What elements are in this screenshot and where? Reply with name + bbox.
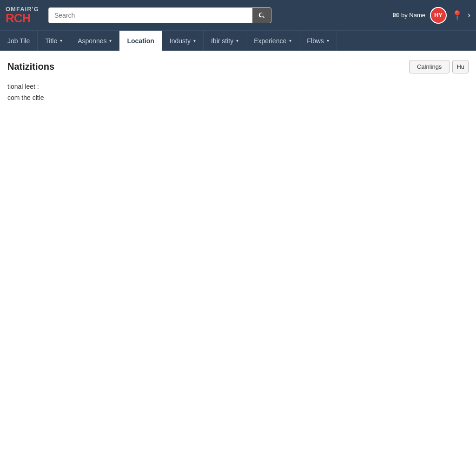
search-container xyxy=(48,7,271,23)
nav-item-flows[interactable]: Flbws ▾ xyxy=(299,31,337,51)
mail-icon: ✉ xyxy=(393,11,399,20)
chevron-down-icon: ▾ xyxy=(60,38,62,43)
main-header: Natizitions Calnlings Hu xyxy=(7,60,469,73)
chevron-down-icon: ▾ xyxy=(109,38,112,43)
chevron-down-icon: ▾ xyxy=(193,38,196,43)
header-right: ✉ by Name HY 📍 › xyxy=(393,7,470,24)
chevron-down-icon: ▾ xyxy=(327,38,329,43)
header: OMFAIR'G RCH ✉ by Name HY 📍 › xyxy=(0,0,476,30)
search-icon xyxy=(258,12,265,19)
navbar: Job Tile Title ▾ Asponnes ▾ Location Ind… xyxy=(0,30,476,51)
calnlings-button[interactable]: Calnlings xyxy=(409,60,450,73)
nav-item-ibirstity[interactable]: Ibir stity ▾ xyxy=(204,31,246,51)
by-name-label: by Name xyxy=(401,12,425,19)
header-email: ✉ by Name xyxy=(393,11,425,20)
logo[interactable]: OMFAIR'G RCH xyxy=(6,6,43,24)
location-pin-icon: 📍 xyxy=(451,10,463,21)
avatar[interactable]: HY xyxy=(430,7,447,24)
chevron-down-icon: ▾ xyxy=(289,38,291,43)
nav-item-job-tile[interactable]: Job Tile xyxy=(0,31,38,51)
search-button[interactable] xyxy=(252,8,271,23)
nav-item-location[interactable]: Location xyxy=(119,31,162,51)
main-content: Natizitions Calnlings Hu tional leet : c… xyxy=(0,51,476,114)
button-group: Calnlings Hu xyxy=(409,60,469,73)
nav-item-asponnes[interactable]: Asponnes ▾ xyxy=(70,31,119,51)
nav-item-industry[interactable]: Industy ▾ xyxy=(162,31,204,51)
nav-item-title[interactable]: Title ▾ xyxy=(38,31,70,51)
page-title: Natizitions xyxy=(7,61,54,72)
logo-text: OMFAIR'G RCH xyxy=(6,6,39,24)
chevron-down-icon: ▾ xyxy=(236,38,238,43)
hu-button[interactable]: Hu xyxy=(452,60,469,73)
nav-item-experience[interactable]: Experience ▾ xyxy=(246,31,299,51)
content-line-1: tional leet : com the cltle xyxy=(7,83,469,101)
search-input[interactable] xyxy=(49,8,252,23)
more-icon[interactable]: › xyxy=(468,10,470,20)
